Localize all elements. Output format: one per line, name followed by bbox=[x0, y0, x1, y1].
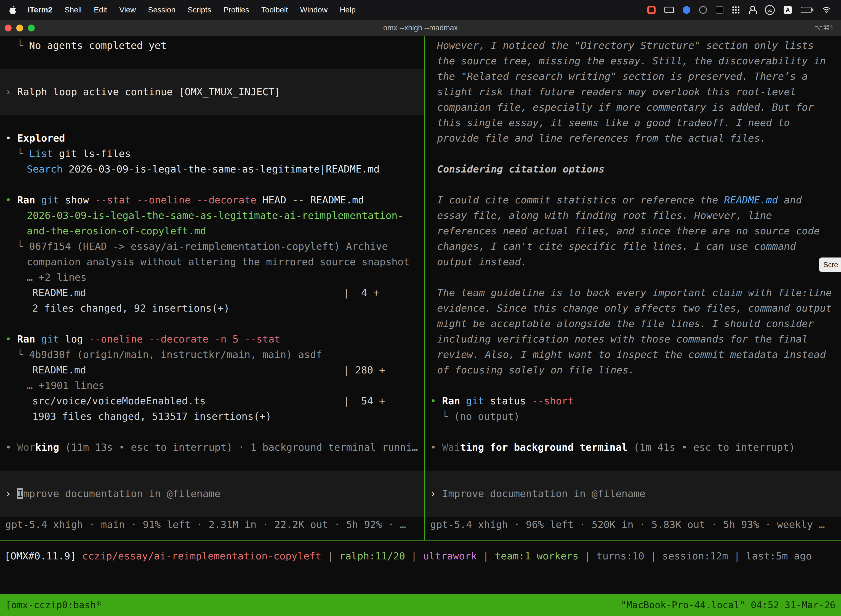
menu-item-help[interactable]: Help bbox=[334, 6, 362, 14]
menu-item-window[interactable]: Window bbox=[294, 6, 334, 14]
text-segment: session:12m bbox=[662, 550, 728, 562]
window-shortcut-badge: ⌥⌘1 bbox=[815, 24, 834, 32]
terminal-line bbox=[425, 424, 841, 440]
text-segment: changes, I can't cite specific file line… bbox=[437, 241, 796, 252]
terminal-line bbox=[0, 316, 424, 331]
text-segment: Improve documentation in @filename bbox=[442, 488, 645, 499]
text-segment: Ran bbox=[17, 333, 41, 345]
terminal-pane-left[interactable]: └ No agents completed yet › Ralph loop a… bbox=[0, 37, 424, 540]
omx-status-line: [OMX#0.11.9] cczip/essay/ai-reimplementa… bbox=[4, 549, 841, 564]
text-segment: • bbox=[430, 395, 442, 406]
terminal-line: evidence. Since this change only affects… bbox=[425, 301, 841, 316]
apple-menu[interactable] bbox=[8, 6, 22, 14]
macos-menu-bar: iTerm2 Shell Edit View Session Scripts P… bbox=[0, 0, 841, 20]
app-status-dark-icon[interactable] bbox=[699, 6, 707, 14]
keyboard-icon[interactable] bbox=[664, 7, 674, 13]
input-source-icon[interactable]: A bbox=[784, 6, 792, 14]
terminal-line: README.md | 4 + bbox=[0, 285, 424, 301]
text-segment: king bbox=[35, 441, 59, 453]
text-segment: └ bbox=[17, 241, 29, 252]
text-segment: • bbox=[5, 194, 17, 205]
terminal-line: … +1901 lines bbox=[0, 378, 424, 393]
text-segment: gpt-5.4 xhigh · 96% left · 520K in · 5.8… bbox=[430, 519, 825, 530]
text-cursor: I bbox=[17, 488, 23, 499]
menu-item-session[interactable]: Session bbox=[142, 6, 182, 14]
text-segment: (no output) bbox=[454, 411, 520, 422]
menu-item-iterm2[interactable]: iTerm2 bbox=[22, 6, 59, 14]
terminal-line: review. Also, I might want to inspect th… bbox=[425, 347, 841, 362]
terminal-line: └ List git ls-files bbox=[0, 146, 424, 161]
text-segment: status bbox=[490, 395, 532, 406]
command-input[interactable]: › Improve documentation in @filename bbox=[425, 471, 841, 517]
text-segment: 4b9d30f (origin/main, instructkr/main, m… bbox=[29, 349, 322, 360]
text-segment: git ls-files bbox=[53, 148, 131, 159]
text-segment: Ran bbox=[17, 194, 41, 205]
text-segment: evidence. Since this change only affects… bbox=[437, 302, 832, 314]
text-segment: ting for background terminal bbox=[460, 441, 627, 453]
text-segment: git bbox=[41, 333, 65, 345]
terminal-line bbox=[425, 270, 841, 285]
text-segment: | bbox=[405, 550, 423, 562]
user-status-icon[interactable] bbox=[748, 6, 756, 14]
text-segment: › bbox=[5, 488, 17, 499]
command-input[interactable]: › Improve documentation in @filename bbox=[0, 471, 424, 517]
terminal-pane-right[interactable]: However, I noticed the "Directory Struct… bbox=[425, 37, 841, 540]
text-segment: 1903 files changed, 513517 insertions(+) bbox=[32, 411, 271, 422]
text-segment: Explored bbox=[17, 132, 65, 144]
menu-item-shell[interactable]: Shell bbox=[59, 6, 88, 14]
apps-grid-icon[interactable] bbox=[732, 6, 740, 13]
text-segment: [OMX#0.11.9] bbox=[4, 550, 82, 562]
waiting-spinner-line: • Waiting for background terminal (1m 41… bbox=[425, 440, 841, 455]
text-segment: of focusing solely on file lines. bbox=[437, 364, 634, 375]
menu-item-view[interactable]: View bbox=[113, 6, 142, 14]
menu-item-scripts[interactable]: Scripts bbox=[182, 6, 217, 14]
terminal-line: the source tree, missing the essay. Stil… bbox=[425, 53, 841, 69]
inject-banner[interactable]: › Ralph loop active continue [OMX_TMUX_I… bbox=[0, 69, 424, 115]
text-segment: turns:10 bbox=[596, 550, 644, 562]
text-segment: last:5m ago bbox=[746, 550, 812, 562]
text-segment: The team guideline is to back every impo… bbox=[437, 287, 832, 298]
text-segment: companion file, especially if more comme… bbox=[437, 101, 814, 113]
terminal-line: essay file, along with finding root file… bbox=[425, 208, 841, 223]
text-segment: (11m 13s • esc to interrupt) · 1 backgro… bbox=[59, 441, 418, 453]
terminal-line: └ (no output) bbox=[425, 409, 841, 424]
text-segment: … +2 lines bbox=[27, 271, 86, 283]
text-segment: provide file and line references from th… bbox=[437, 132, 766, 144]
text-segment: └ bbox=[442, 411, 454, 422]
tmux-session-window[interactable]: [omx-cczip0:bash* bbox=[6, 600, 101, 610]
menu-item-toolbelt[interactable]: Toolbelt bbox=[255, 6, 294, 14]
text-segment: the source tree, missing the essay. Stil… bbox=[437, 55, 826, 66]
screen-recording-indicator-icon[interactable] bbox=[647, 6, 656, 14]
screen-share-badge[interactable]: Scre bbox=[819, 258, 841, 272]
text-segment: | bbox=[644, 550, 662, 562]
text-segment: log bbox=[65, 333, 89, 345]
menu-item-profiles[interactable]: Profiles bbox=[217, 6, 255, 14]
terminal-line: I could cite commit statistics or refere… bbox=[425, 192, 841, 208]
text-segment: › bbox=[5, 86, 17, 97]
text-segment: Wai bbox=[442, 441, 460, 453]
text-segment: might be acceptable alongside the file l… bbox=[437, 318, 814, 329]
text-segment: Considering citation options bbox=[437, 163, 605, 175]
terminal-line: might be acceptable alongside the file l… bbox=[425, 316, 841, 331]
battery-icon[interactable] bbox=[801, 7, 813, 13]
terminal-line: this single essay, it seems like a good … bbox=[425, 115, 841, 131]
terminal-line: changes, I can't cite specific file line… bbox=[425, 239, 841, 254]
text-segment: • bbox=[5, 333, 17, 345]
menu-item-edit[interactable]: Edit bbox=[88, 6, 113, 14]
text-segment: • bbox=[430, 441, 442, 453]
text-segment: --short bbox=[532, 395, 574, 406]
terminal-line: … +2 lines bbox=[0, 270, 424, 285]
terminal-line: src/voice/voiceModeEnabled.ts | 54 + bbox=[0, 393, 424, 409]
wifi-icon[interactable] bbox=[822, 7, 831, 13]
text-segment: └ bbox=[17, 349, 29, 360]
text-segment: | bbox=[579, 550, 596, 562]
battery-gauge-icon[interactable]: 61 bbox=[765, 5, 775, 15]
terminal-line bbox=[0, 177, 424, 192]
text-segment: 2 files changed, 92 insertions(+) bbox=[32, 302, 230, 314]
text-segment: the "Related research writing" section i… bbox=[437, 70, 808, 82]
app-status-blue-icon[interactable] bbox=[683, 6, 690, 14]
window-title-bar[interactable]: omx --xhigh --madmax ⌥⌘1 bbox=[0, 20, 841, 37]
text-segment: README.md | 280 + bbox=[32, 364, 385, 375]
app-status-black-icon[interactable] bbox=[716, 6, 724, 14]
terminal-line: the "Related research writing" section i… bbox=[425, 69, 841, 84]
